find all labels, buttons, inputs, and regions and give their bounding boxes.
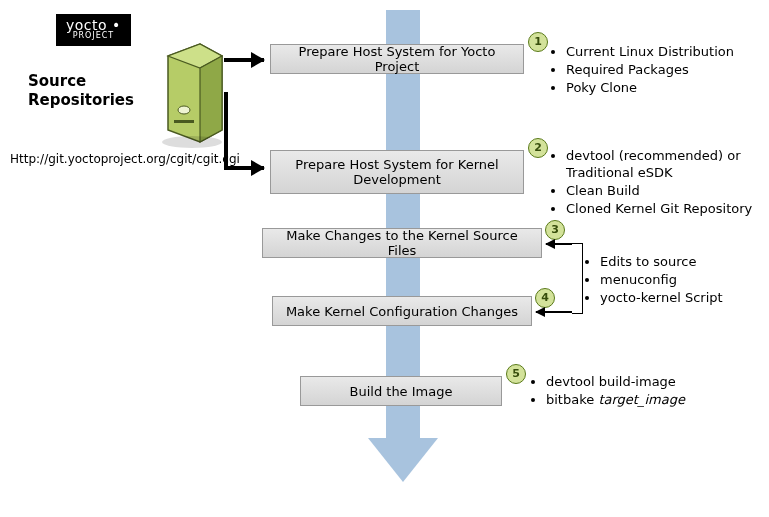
server-icon: [150, 38, 230, 148]
step1-notes: Current Linux Distribution Required Pack…: [548, 44, 748, 98]
svg-rect-4: [174, 120, 194, 123]
arrow-server-to-step2-vert: [224, 92, 228, 170]
s2-note-0: devtool (recommended) or Traditional eSD…: [566, 148, 758, 182]
step4-badge: 4: [535, 288, 555, 308]
step2-notes: devtool (recommended) or Traditional eSD…: [548, 148, 758, 219]
step4-label: Make Kernel Configuration Changes: [286, 304, 518, 319]
arrow-to-step3: [546, 243, 572, 245]
s1-note-2: Poky Clone: [566, 80, 748, 97]
svg-point-3: [178, 106, 190, 114]
step-box-2: Prepare Host System for Kernel Developme…: [270, 150, 524, 194]
step3-label: Make Changes to the Kernel Source Files: [273, 228, 531, 258]
source-repositories-title: Source Repositories: [28, 72, 134, 110]
step1-badge: 1: [528, 32, 548, 52]
steps34-notes: Edits to source menuconfig yocto-kernel …: [582, 254, 752, 308]
arrow-to-step4: [536, 311, 572, 313]
s2-note-2: Cloned Kernel Git Repository: [566, 201, 758, 218]
s5-note-b-pre: bitbake: [546, 392, 598, 407]
step5-label: Build the Image: [350, 384, 453, 399]
arrow-server-to-step1: [224, 58, 264, 62]
logo-subtext: PROJECT: [66, 32, 121, 40]
s2-note-1: Clean Build: [566, 183, 758, 200]
source-title-l1: Source: [28, 72, 86, 90]
step-box-3: Make Changes to the Kernel Source Files: [262, 228, 542, 258]
source-title-l2: Repositories: [28, 91, 134, 109]
arrow-server-to-step2: [224, 166, 264, 170]
step3-badge: 3: [545, 220, 565, 240]
step-box-5: Build the Image: [300, 376, 502, 406]
source-url: Http://git.yoctoproject.org/cgit/cgit.cg…: [10, 152, 240, 166]
s34-note-0: Edits to source: [600, 254, 752, 271]
step1-label: Prepare Host System for Yocto Project: [281, 44, 513, 74]
s5-note-b-ital: target_image: [598, 392, 685, 407]
step5-notes: devtool build-image bitbake target_image: [528, 374, 748, 410]
s5-note-a: devtool build-image: [546, 374, 748, 391]
svg-point-5: [162, 136, 222, 148]
s34-note-1: menuconfig: [600, 272, 752, 289]
step-box-4: Make Kernel Configuration Changes: [272, 296, 532, 326]
yocto-logo: yocto • PROJECT: [56, 14, 131, 46]
step2-badge: 2: [528, 138, 548, 158]
svg-marker-2: [200, 56, 222, 142]
step2-label: Prepare Host System for Kernel Developme…: [281, 157, 513, 187]
s1-note-0: Current Linux Distribution: [566, 44, 748, 61]
step-box-1: Prepare Host System for Yocto Project: [270, 44, 524, 74]
s34-note-2: yocto-kernel Script: [600, 290, 752, 307]
s5-note-b: bitbake target_image: [546, 392, 748, 409]
step5-badge: 5: [506, 364, 526, 384]
s1-note-1: Required Packages: [566, 62, 748, 79]
